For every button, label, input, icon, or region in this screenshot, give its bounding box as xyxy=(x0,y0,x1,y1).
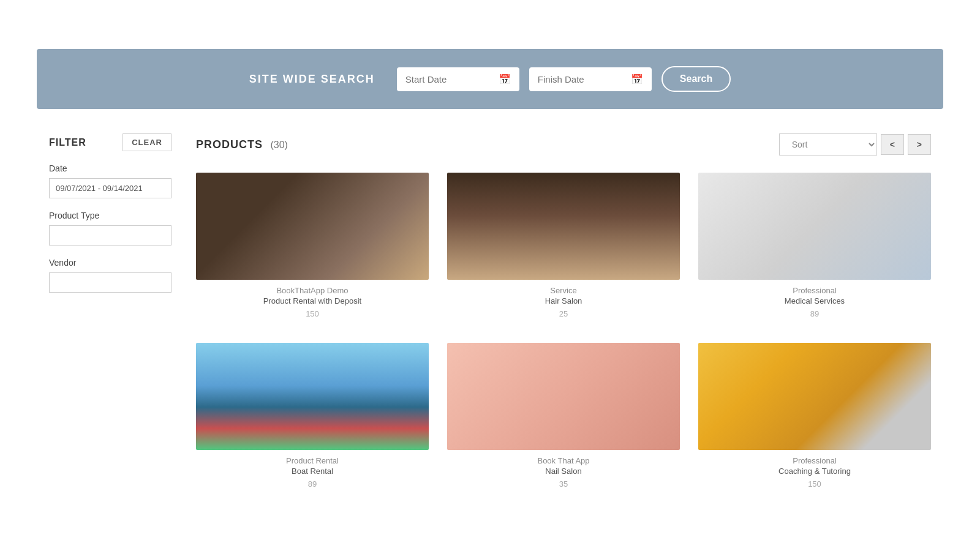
product-price: 150 xyxy=(263,309,361,318)
product-type: Professional xyxy=(785,286,845,295)
finish-date-wrapper: 📅 xyxy=(529,67,652,91)
product-card[interactable]: Book That App Nail Salon 35 xyxy=(447,343,680,489)
product-card[interactable]: Professional Coaching & Tutoring 150 xyxy=(698,343,931,489)
product-name: Hair Salon xyxy=(545,296,582,305)
pagination-controls: Sort < > xyxy=(779,133,931,156)
product-name: Product Rental with Deposit xyxy=(263,296,361,305)
product-type: Professional xyxy=(778,456,851,465)
product-grid: BookThatApp Demo Product Rental with Dep… xyxy=(196,173,931,489)
search-label: SITE WIDE SEARCH xyxy=(249,73,375,86)
product-price: 89 xyxy=(286,479,339,489)
sort-select[interactable]: Sort xyxy=(779,133,877,156)
prev-page-button[interactable]: < xyxy=(881,134,904,155)
product-type: BookThatApp Demo xyxy=(263,286,361,295)
products-header: PRODUCTS (30) Sort < > xyxy=(196,133,931,156)
products-area: PRODUCTS (30) Sort < > BookThatApp Demo … xyxy=(196,133,931,489)
product-type: Service xyxy=(545,286,582,295)
products-title: PRODUCTS xyxy=(196,138,263,151)
product-image xyxy=(447,343,680,450)
product-info: Book That App Nail Salon 35 xyxy=(537,456,589,489)
product-info: Service Hair Salon 25 xyxy=(545,286,582,318)
product-price: 35 xyxy=(537,479,589,489)
product-image xyxy=(447,173,680,280)
product-image xyxy=(698,173,931,280)
product-name: Nail Salon xyxy=(537,467,589,476)
product-info: Professional Medical Services 89 xyxy=(785,286,845,318)
filter-title: FILTER xyxy=(49,137,86,148)
filter-product-type-label: Product Type xyxy=(49,211,172,220)
search-button[interactable]: Search xyxy=(662,66,731,92)
search-bar: SITE WIDE SEARCH 📅 📅 Search xyxy=(37,49,943,109)
filter-date-input[interactable] xyxy=(49,178,172,198)
products-title-group: PRODUCTS (30) xyxy=(196,138,288,151)
filter-vendor-input[interactable] xyxy=(49,272,172,293)
filter-vendor-label: Vendor xyxy=(49,258,172,268)
filter-product-type-section: Product Type xyxy=(49,211,172,246)
product-type: Product Rental xyxy=(286,456,339,465)
start-date-input[interactable] xyxy=(405,74,494,84)
next-page-button[interactable]: > xyxy=(908,134,931,155)
finish-date-input[interactable] xyxy=(538,74,626,84)
products-count: (30) xyxy=(270,140,287,150)
product-card[interactable]: Product Rental Boat Rental 89 xyxy=(196,343,429,489)
product-image xyxy=(196,343,429,450)
product-name: Coaching & Tutoring xyxy=(778,467,851,476)
start-date-calendar-icon: 📅 xyxy=(499,73,511,85)
filter-date-label: Date xyxy=(49,163,172,173)
main-content: FILTER CLEAR Date Product Type Vendor PR… xyxy=(0,109,980,513)
product-price: 150 xyxy=(778,479,851,489)
filter-sidebar: FILTER CLEAR Date Product Type Vendor xyxy=(49,133,172,489)
product-price: 89 xyxy=(785,309,845,318)
filter-date-section: Date xyxy=(49,163,172,198)
product-type: Book That App xyxy=(537,456,589,465)
product-info: Professional Coaching & Tutoring 150 xyxy=(778,456,851,489)
product-image xyxy=(698,343,931,450)
product-card[interactable]: BookThatApp Demo Product Rental with Dep… xyxy=(196,173,429,318)
filter-header: FILTER CLEAR xyxy=(49,133,172,151)
product-name: Boat Rental xyxy=(286,467,339,476)
clear-button[interactable]: CLEAR xyxy=(123,133,172,151)
filter-product-type-input[interactable] xyxy=(49,225,172,246)
filter-vendor-section: Vendor xyxy=(49,258,172,293)
product-card[interactable]: Professional Medical Services 89 xyxy=(698,173,931,318)
start-date-wrapper: 📅 xyxy=(397,67,519,91)
product-card[interactable]: Service Hair Salon 25 xyxy=(447,173,680,318)
product-name: Medical Services xyxy=(785,296,845,305)
product-price: 25 xyxy=(545,309,582,318)
product-image xyxy=(196,173,429,280)
product-info: BookThatApp Demo Product Rental with Dep… xyxy=(263,286,361,318)
finish-date-calendar-icon: 📅 xyxy=(631,73,643,85)
product-info: Product Rental Boat Rental 89 xyxy=(286,456,339,489)
